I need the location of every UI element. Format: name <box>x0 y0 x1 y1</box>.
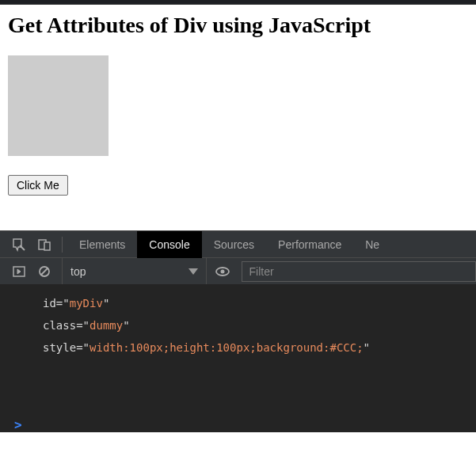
demo-div <box>8 55 109 156</box>
tab-network[interactable]: Ne <box>353 231 391 258</box>
click-me-button[interactable]: Click Me <box>8 175 68 196</box>
console-line: class="dummy" <box>43 314 476 336</box>
svg-line-4 <box>41 268 48 275</box>
page-title: Get Attributes of Div using JavaScript <box>8 13 468 38</box>
devtools-panel: Elements Console Sources Performance Ne … <box>0 230 476 432</box>
devtools-tabs: Elements Console Sources Performance Ne <box>0 230 476 257</box>
sidebar-toggle-icon[interactable] <box>10 262 29 281</box>
attr-name: id <box>43 297 56 310</box>
device-toolbar-icon[interactable] <box>35 235 54 254</box>
page-content: Get Attributes of Div using JavaScript C… <box>0 5 476 203</box>
tab-console[interactable]: Console <box>137 231 201 258</box>
live-expression-icon[interactable] <box>215 264 230 279</box>
svg-rect-1 <box>44 242 50 250</box>
tab-sources[interactable]: Sources <box>202 231 266 258</box>
svg-point-6 <box>221 269 225 273</box>
console-prompt[interactable]: > <box>0 406 476 432</box>
inspect-icon[interactable] <box>10 235 29 254</box>
execution-context-label: top <box>70 265 86 278</box>
console-output: id="myDiv" class="dummy" style="width:10… <box>0 284 476 406</box>
filter-input[interactable] <box>242 261 476 282</box>
attr-name: style <box>43 341 76 354</box>
attr-value: myDiv <box>70 297 103 310</box>
console-line: id="myDiv" <box>43 292 476 314</box>
chevron-down-icon <box>188 268 198 275</box>
attr-value: dummy <box>89 319 123 332</box>
console-line: style="width:100px;height:100px;backgrou… <box>43 336 476 359</box>
tab-performance[interactable]: Performance <box>266 231 353 258</box>
attr-value: width:100px;height:100px;background:#CCC… <box>89 341 364 354</box>
clear-console-icon[interactable] <box>35 262 54 281</box>
console-toolbar: top <box>0 257 476 284</box>
execution-context-selector[interactable]: top <box>62 258 207 284</box>
attr-name: class <box>43 319 76 332</box>
divider <box>62 237 63 253</box>
tab-elements[interactable]: Elements <box>67 231 137 258</box>
